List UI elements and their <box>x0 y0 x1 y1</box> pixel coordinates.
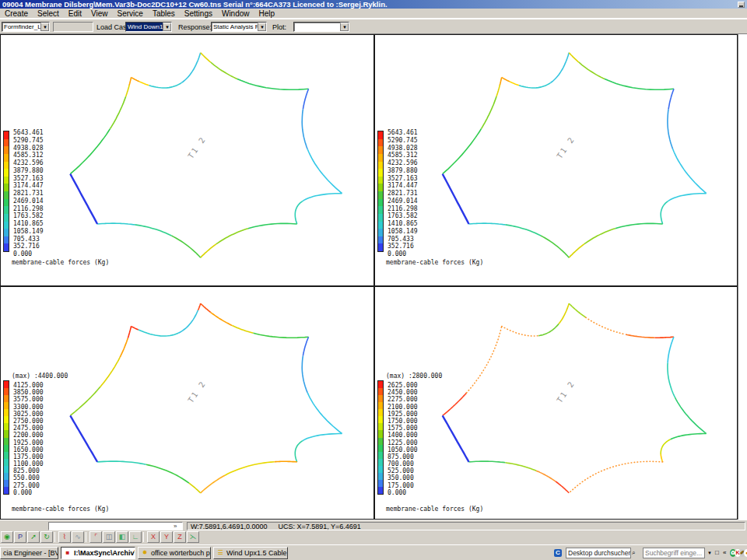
cable-edge <box>274 461 296 462</box>
explorer-icon: ■ <box>64 549 72 557</box>
cable-edge <box>110 96 126 128</box>
response-label: Response: <box>178 23 212 31</box>
legend-value: 4938.028 <box>388 145 418 152</box>
view-z-button[interactable]: Z <box>174 531 186 543</box>
viewport-bottom-right[interactable]: T1 2(max) :2800.0002625.0002450.0002275.… <box>374 286 738 520</box>
taskbar-button-3[interactable]: ✸office wörterbuch pro <box>138 547 211 559</box>
menu-window[interactable]: Window <box>217 9 254 19</box>
legend-color-band <box>378 236 383 244</box>
selection-mode-combo[interactable]: Formfinder_Lines_ ▼ <box>2 22 50 32</box>
response-combo[interactable]: Static Analysis Re ▼ <box>211 22 267 32</box>
legend-value: 3300.000 <box>13 404 44 411</box>
legend-value: 2200.000 <box>13 432 44 439</box>
command-input[interactable] <box>48 522 183 530</box>
legend-color-band <box>4 229 9 236</box>
legend-value: 1925.000 <box>13 439 44 446</box>
chevron-down-icon[interactable]: ▼ <box>258 23 266 31</box>
shaded-sphere-button[interactable]: ◉ <box>1 531 13 543</box>
legend-color-band <box>378 473 383 480</box>
tray-colorwheel-icon[interactable]: ● <box>744 549 747 557</box>
cable-edge <box>584 229 615 244</box>
desktop-search-icon[interactable]: C <box>554 549 562 557</box>
rotate-view-button[interactable]: ↻ <box>40 531 53 543</box>
view-x-button[interactable]: X <box>147 531 160 543</box>
zoom-arrow-button[interactable]: ➚ <box>27 531 40 543</box>
cable-edge <box>128 327 131 338</box>
legend-value: 1225.000 <box>388 439 418 446</box>
legend-value: 825.000 <box>13 467 44 474</box>
search-term-input[interactable]: Suchbegriff einge... <box>643 548 705 558</box>
legend-value: 4232.596 <box>388 159 418 167</box>
menu-edit[interactable]: Edit <box>64 9 86 19</box>
plot-label: Plot: <box>272 23 286 31</box>
legend-values: 5643.4615290.7454938.0284585.3124232.596… <box>13 129 44 258</box>
chevron-down-icon[interactable]: ▼ <box>340 23 349 31</box>
legend-color-band <box>4 131 9 139</box>
cable-edge <box>569 461 662 493</box>
cable-edge <box>303 194 342 201</box>
dictionary-icon: ✸ <box>141 549 149 557</box>
menu-create[interactable]: Create <box>0 9 33 19</box>
chevron-down-icon[interactable]: ▼ <box>163 23 171 31</box>
cable-edge <box>668 89 674 109</box>
legend-color-band <box>378 402 383 409</box>
point-labels-button[interactable]: P <box>14 531 26 543</box>
cable-edge <box>201 53 211 62</box>
edit-polyline-button[interactable]: ⌇ <box>58 531 71 543</box>
load-case-combo[interactable]: Wind Down1.5 ▼ <box>125 22 172 32</box>
chevron-down-icon[interactable]: ▼ <box>707 548 712 558</box>
legend-color-band <box>4 206 9 214</box>
viewport-bottom-left[interactable]: T1 2(max) :4400.0004125.0003850.0003575.… <box>0 286 374 520</box>
menu-tables[interactable]: Tables <box>148 9 180 19</box>
tray-overflow-chevron[interactable]: « <box>723 548 726 558</box>
view-iso-button[interactable]: ⋋ <box>187 531 199 543</box>
search-icon[interactable]: ⌕ <box>632 548 635 558</box>
toolbar-separator <box>143 532 144 542</box>
menu-service[interactable]: Service <box>113 9 148 19</box>
cable-edge <box>211 62 237 79</box>
legend-color-band <box>378 184 383 191</box>
legend-unit-label: membrane-cable forces (Kg) <box>386 259 483 266</box>
legend-color-band <box>378 430 383 437</box>
title-bar: 09004 Membrane Dilsberg\Mem.Var3b-Doc2DC… <box>0 0 747 9</box>
world-coordinates: W:7.5891,6.4691,0.0000 <box>191 523 267 530</box>
view-plane-xz-button[interactable]: ◧ <box>116 531 128 543</box>
view-y-button[interactable]: Y <box>160 531 173 543</box>
view-axis-side-button[interactable]: ∟ <box>129 531 142 543</box>
input-arrows-icon[interactable]: » <box>174 523 177 530</box>
selection-mode-value: Formfinder_Lines_ <box>2 23 40 31</box>
rotate-view-icon: ↻ <box>44 533 50 541</box>
edit-spline-button[interactable]: ∿ <box>72 531 84 543</box>
menu-select[interactable]: Select <box>33 9 64 19</box>
view-plane-xy-button[interactable]: ◫ <box>103 531 115 543</box>
taskbar-button-2[interactable]: ■I:\MaxSync\Archiv\A... <box>61 547 135 559</box>
legend-value: 0.000 <box>388 250 418 258</box>
view-y-icon: Y <box>164 533 169 541</box>
viewport-top-left[interactable]: T1 25643.4615290.7454938.0284585.3124232… <box>0 34 374 286</box>
legend-value: 2116.298 <box>388 205 418 213</box>
desktop-search-input[interactable]: Desktop durchsucher <box>566 548 631 558</box>
window-minimize-button[interactable] <box>738 2 745 8</box>
view-axis-front-icon: ⌜ <box>94 533 97 541</box>
legend-value: 1410.865 <box>13 220 44 228</box>
edit-polyline-icon: ⌇ <box>63 533 66 541</box>
legend-color-band <box>4 480 9 487</box>
stop-square-icon[interactable]: □ <box>715 548 719 558</box>
legend-color-band <box>4 139 9 147</box>
plot-combo[interactable]: ▼ <box>293 22 349 32</box>
menu-settings[interactable]: Settings <box>180 9 217 19</box>
menu-help[interactable]: Help <box>254 9 280 19</box>
menu-view[interactable]: View <box>86 9 113 19</box>
cable-edge <box>443 393 467 415</box>
taskbar-button-1[interactable]: cia Engineer - [BV Dilsb... <box>0 547 58 559</box>
chevron-down-icon[interactable]: ▼ <box>40 23 49 31</box>
cable-edge <box>469 461 506 463</box>
legend-value: 550.000 <box>13 474 44 481</box>
taskbar-button-4[interactable]: ☰Wind Upx1.5 Cable Forc... <box>213 547 288 559</box>
cable-edge <box>668 337 674 363</box>
view-axis-front-button[interactable]: ⌜ <box>89 531 102 543</box>
toolbar-empty-field <box>53 22 93 32</box>
legend-value: 1058.149 <box>13 228 44 236</box>
viewport-top-right[interactable]: T1 25643.4615290.7454938.0284585.3124232… <box>374 34 738 286</box>
legend-color-band <box>378 154 383 162</box>
